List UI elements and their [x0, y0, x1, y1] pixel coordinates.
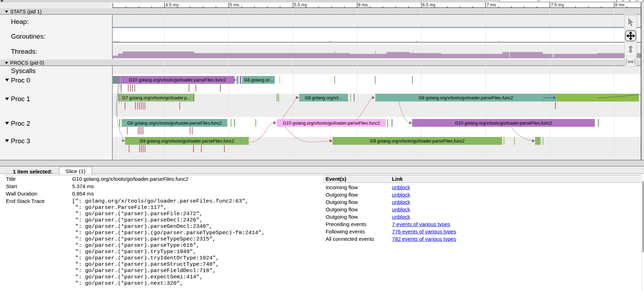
svg-text:STATS (pid 1): STATS (pid 1)	[10, 9, 42, 14]
svg-text:G9 golang.org/x/tools/go/loade: G9 golang.org/x/tools/go/loader.parseFil…	[370, 139, 464, 144]
svg-text:Proc 3: Proc 3	[11, 137, 30, 145]
svg-text:6.5 ms: 6.5 ms	[422, 2, 436, 7]
svg-text:5 ms: 5 ms	[230, 2, 239, 7]
svg-text:Threads:: Threads:	[11, 48, 37, 55]
svg-text:Proc 0: Proc 0	[11, 77, 30, 84]
svg-text:G9 golang.org/x/tools/go/loade: G9 golang.org/x/tools/go/loader.parseFil…	[139, 139, 234, 144]
svg-text:Syscalls: Syscalls	[11, 67, 36, 74]
svg-text:Proc 1: Proc 1	[11, 95, 30, 102]
svg-text:G8 golang.org/x/tools/go/loade: G8 golang.org/x/tools/go/loader.parseFil…	[127, 121, 222, 126]
svg-text:Goroutines:: Goroutines:	[11, 33, 45, 40]
svg-text:PROCS (pid 0): PROCS (pid 0)	[10, 60, 44, 66]
svg-text:G10 golang.org/x/tools/go/load: G10 golang.org/x/tools/go/loader.parseFi…	[283, 121, 380, 126]
svg-text:G10 golang.org/x/tools/go/load: G10 golang.org/x/tools/go/loader.parseFi…	[455, 121, 552, 126]
svg-text:G8 golang.org/x/t...: G8 golang.org/x/t...	[305, 95, 342, 100]
svg-text:Heap:: Heap:	[11, 18, 29, 25]
svg-text:G10 golang.org/x/tools/go/load: G10 golang.org/x/tools/go/loader.parseFi…	[129, 78, 226, 82]
svg-text:G7 golang.org/x/tools/go/loade: G7 golang.org/x/tools/go/loader.p...	[122, 95, 191, 100]
svg-text:8 ms: 8 ms	[615, 2, 625, 7]
svg-text:6 ms: 6 ms	[358, 2, 367, 7]
svg-text:Proc 2: Proc 2	[11, 120, 30, 127]
svg-text:5.5 ms: 5.5 ms	[294, 2, 307, 7]
svg-text:7.5 ms: 7.5 ms	[551, 2, 564, 7]
svg-text:4.5 ms: 4.5 ms	[165, 2, 179, 7]
svg-text:G8 golang.or...: G8 golang.or...	[244, 78, 273, 82]
svg-text:G8 golang.org/x/tools/go/loade: G8 golang.org/x/tools/go/loader.parseFil…	[419, 95, 513, 100]
svg-text:7 ms: 7 ms	[487, 2, 496, 7]
